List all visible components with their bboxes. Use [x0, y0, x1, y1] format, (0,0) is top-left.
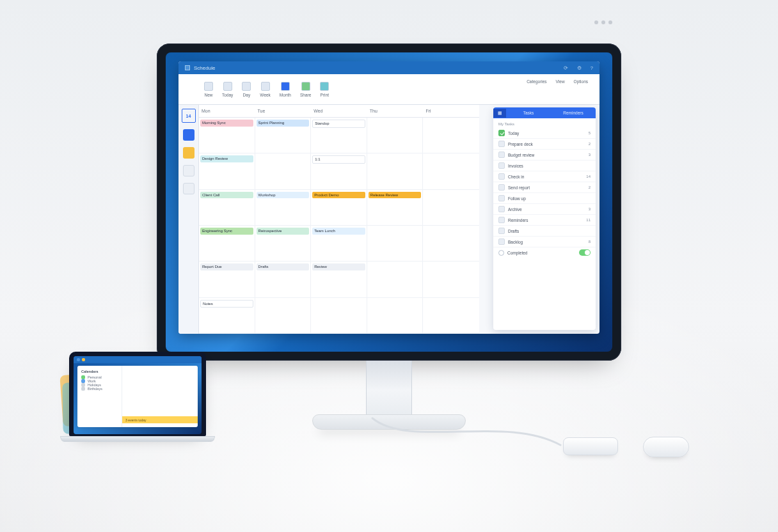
color-swatch-icon [81, 387, 85, 391]
calendar-cell[interactable] [423, 226, 479, 262]
side-panel-item[interactable]: Reminders11 [493, 215, 596, 226]
calendar-cell[interactable] [367, 262, 424, 297]
ribbon-group-day[interactable]: Day [242, 82, 251, 97]
calendar-cell[interactable]: Client Call [199, 190, 255, 226]
calendar-event[interactable]: Report Due [200, 263, 253, 270]
calendar-event[interactable]: Drafts [257, 263, 310, 270]
side-panel-item[interactable]: Check in14 [493, 171, 596, 182]
calendar-cell[interactable]: Notes [199, 298, 255, 334]
calendar-cell[interactable] [367, 153, 424, 189]
calendar-cell[interactable]: Review [311, 262, 367, 297]
calendar-cell[interactable] [367, 226, 424, 262]
app-icon [185, 65, 190, 70]
side-block-today[interactable]: Today 5 [493, 128, 596, 139]
calendar-cell[interactable] [423, 118, 479, 153]
side-tab-home-icon[interactable]: ▦ [493, 109, 506, 118]
toggle-switch[interactable] [579, 249, 591, 256]
column-header: Fri [423, 105, 479, 117]
laptop-status-bar: 3 events today [122, 416, 198, 423]
calendar-cell[interactable]: Workshop [255, 190, 312, 226]
side-toggle-row[interactable]: Completed [493, 247, 596, 258]
calendar-event[interactable]: Standup [312, 120, 365, 128]
ribbon-group-today[interactable]: Today [222, 82, 233, 97]
side-panel-item[interactable]: Backlog8 [493, 237, 596, 247]
ribbon-group-share[interactable]: Share [300, 82, 311, 97]
calendar-event[interactable]: Notes [200, 300, 253, 308]
laptop-calendar-item[interactable]: Birthdays [81, 387, 118, 391]
ribbon-icon [320, 82, 329, 91]
imac-monitor: Schedule ⟳ ⚙ ? Categories View Options N… [157, 43, 621, 430]
side-panel-item[interactable]: Archive3 [493, 204, 596, 215]
ribbon-group-print[interactable]: Print [320, 82, 329, 97]
calendar-cell[interactable]: Sprint Planning [255, 118, 312, 153]
keyboard [563, 437, 618, 455]
calendar-event[interactable]: Release Review [369, 192, 422, 199]
column-header: Mon [199, 105, 255, 117]
ribbon-icon [242, 82, 251, 91]
calendar-cell[interactable] [367, 298, 424, 334]
side-tab-tasks[interactable]: Tasks [506, 109, 551, 117]
ribbon-group-month[interactable]: Month [280, 82, 291, 97]
calendar-cell[interactable] [423, 153, 479, 189]
side-panel-item[interactable]: Follow up [493, 193, 596, 204]
calendar-event[interactable]: Retrospective [257, 228, 310, 235]
calendar-cell[interactable] [423, 190, 479, 226]
count-badge: 2 [589, 142, 591, 146]
ribbon-label-categories[interactable]: Categories [527, 79, 546, 84]
side-panel-item[interactable]: Drafts [493, 226, 596, 237]
calendar-cell[interactable]: Team Lunch [311, 226, 367, 262]
count-badge: 5 [589, 131, 591, 135]
calendar-column-headers: MonTueWedThuFri [199, 105, 479, 118]
settings-icon[interactable]: ⚙ [577, 65, 582, 71]
side-tab-reminders[interactable]: Reminders [551, 109, 596, 117]
sync-icon[interactable]: ⟳ [564, 65, 568, 71]
calendar-event[interactable]: 1:1 [312, 155, 365, 164]
calendar-icon[interactable] [183, 147, 194, 159]
calendar-cell[interactable]: Design Review [199, 153, 255, 189]
calendar-cell[interactable]: Retrospective [255, 226, 312, 262]
calendar-cell[interactable] [423, 298, 479, 334]
side-panel: ▦ Tasks Reminders My Tasks Today 5 Prepa… [493, 107, 596, 330]
help-icon[interactable]: ? [591, 65, 593, 71]
calendar-main: MonTueWedThuFri Morning SyncSprint Plann… [199, 105, 479, 334]
calendar-event[interactable]: Product Demo [312, 192, 365, 199]
side-panel-item[interactable]: Send report2 [493, 182, 596, 193]
calendar-cell[interactable] [423, 262, 479, 297]
tasks-icon[interactable] [183, 183, 194, 194]
calendar-cell[interactable] [311, 298, 367, 334]
laptop-titlebar [74, 356, 202, 363]
ribbon-group-week[interactable]: Week [260, 82, 271, 97]
ribbon-label-options[interactable]: Options [574, 79, 588, 84]
calendar-event[interactable]: Client Call [200, 192, 253, 199]
side-panel-item[interactable]: Budget review3 [493, 150, 596, 160]
calendar-cell[interactable]: Engineering Sync [199, 226, 255, 262]
calendar-cell[interactable] [255, 298, 312, 334]
calendar-event[interactable]: Review [312, 263, 365, 270]
rail-date-badge[interactable]: 14 [182, 109, 196, 123]
people-icon[interactable] [183, 165, 194, 176]
calendar-cell[interactable] [255, 153, 312, 189]
calendar-cell[interactable]: Product Demo [311, 190, 367, 226]
calendar-event[interactable]: Sprint Planning [257, 120, 310, 127]
mail-icon[interactable] [183, 129, 194, 141]
calendar-cell[interactable]: Drafts [255, 262, 312, 297]
calendar-cell[interactable] [367, 118, 424, 153]
calendar-event[interactable]: Engineering Sync [200, 228, 253, 235]
side-panel-item[interactable]: Prepare deck2 [493, 139, 596, 150]
calendar-event[interactable]: Design Review [200, 155, 253, 162]
calendar-event[interactable]: Workshop [257, 192, 310, 199]
checkbox-icon [498, 195, 505, 201]
side-item-label: Check in [508, 175, 524, 179]
calendar-cell[interactable]: Report Due [199, 262, 255, 297]
side-panel-item[interactable]: Invoices [493, 160, 596, 171]
calendar-event[interactable]: Morning Sync [200, 120, 253, 127]
calendar-cell[interactable]: 1:1 [311, 153, 367, 189]
calendar-cell[interactable]: Morning Sync [199, 118, 255, 153]
ribbon-label: Week [260, 93, 271, 97]
checkbox-icon [498, 217, 505, 223]
calendar-cell[interactable]: Standup [311, 118, 367, 153]
calendar-cell[interactable]: Release Review [367, 190, 424, 226]
ribbon-group-new[interactable]: New [204, 82, 213, 97]
calendar-event[interactable]: Team Lunch [312, 228, 365, 235]
ribbon-label-view[interactable]: View [556, 79, 565, 84]
